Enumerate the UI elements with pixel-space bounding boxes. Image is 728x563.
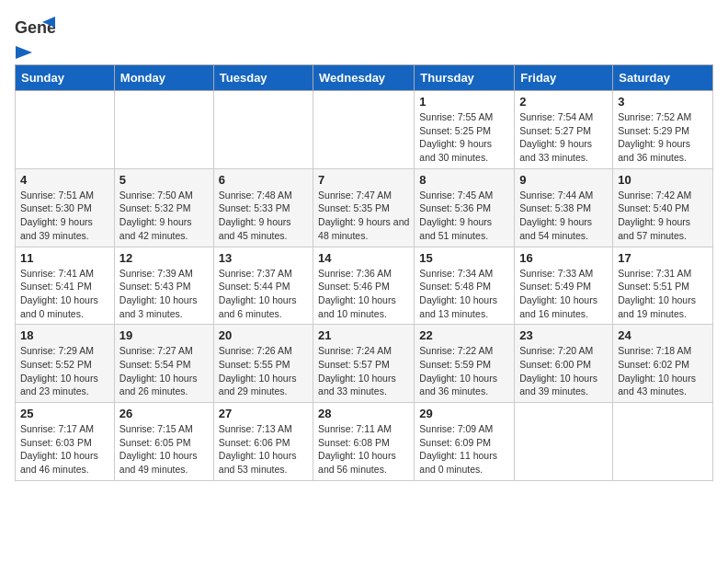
day-cell: 21Sunrise: 7:24 AMSunset: 5:57 PMDayligh… <box>313 325 415 403</box>
week-row-4: 18Sunrise: 7:29 AMSunset: 5:52 PMDayligh… <box>16 325 713 403</box>
day-cell: 15Sunrise: 7:34 AMSunset: 5:48 PMDayligh… <box>415 247 515 325</box>
week-row-5: 25Sunrise: 7:17 AMSunset: 6:03 PMDayligh… <box>16 403 713 481</box>
week-row-2: 4Sunrise: 7:51 AMSunset: 5:30 PMDaylight… <box>16 168 713 247</box>
day-cell: 13Sunrise: 7:37 AMSunset: 5:44 PMDayligh… <box>213 247 313 325</box>
day-number: 28 <box>318 407 409 420</box>
day-number: 4 <box>20 173 109 187</box>
day-cell: 18Sunrise: 7:29 AMSunset: 5:52 PMDayligh… <box>16 325 115 403</box>
day-info: Sunrise: 7:24 AMSunset: 5:57 PMDaylight:… <box>318 344 409 398</box>
day-number: 15 <box>419 251 509 265</box>
day-cell <box>515 403 613 481</box>
day-number: 21 <box>318 328 409 342</box>
day-cell: 11Sunrise: 7:41 AMSunset: 5:41 PMDayligh… <box>16 247 115 325</box>
day-number: 1 <box>419 95 509 109</box>
week-row-1: 1Sunrise: 7:55 AMSunset: 5:25 PMDaylight… <box>16 91 713 169</box>
weekday-header-monday: Monday <box>114 65 213 91</box>
weekday-header-sunday: Sunday <box>16 65 115 91</box>
weekday-header-tuesday: Tuesday <box>213 65 313 91</box>
day-cell: 20Sunrise: 7:26 AMSunset: 5:55 PMDayligh… <box>213 325 313 403</box>
day-number: 2 <box>519 95 608 109</box>
day-number: 18 <box>20 328 109 342</box>
weekday-header-saturday: Saturday <box>613 65 713 91</box>
day-cell <box>16 91 115 169</box>
day-cell: 25Sunrise: 7:17 AMSunset: 6:03 PMDayligh… <box>16 403 115 481</box>
day-info: Sunrise: 7:27 AMSunset: 5:54 PMDaylight:… <box>119 344 209 398</box>
day-cell: 3Sunrise: 7:52 AMSunset: 5:29 PMDaylight… <box>613 91 713 169</box>
day-number: 24 <box>618 328 708 342</box>
day-info: Sunrise: 7:33 AMSunset: 5:49 PMDaylight:… <box>519 267 608 321</box>
day-number: 8 <box>419 173 509 187</box>
day-cell: 26Sunrise: 7:15 AMSunset: 6:05 PMDayligh… <box>114 403 213 481</box>
day-number: 3 <box>618 95 708 109</box>
day-cell <box>313 91 415 169</box>
day-info: Sunrise: 7:11 AMSunset: 6:08 PMDaylight:… <box>318 422 409 477</box>
day-info: Sunrise: 7:29 AMSunset: 5:52 PMDaylight:… <box>20 344 109 398</box>
day-cell <box>213 91 313 169</box>
day-number: 17 <box>618 251 708 265</box>
day-cell: 4Sunrise: 7:51 AMSunset: 5:30 PMDaylight… <box>16 168 115 247</box>
day-number: 12 <box>119 251 209 265</box>
weekday-header-wednesday: Wednesday <box>313 65 415 91</box>
day-number: 25 <box>20 407 109 420</box>
day-number: 19 <box>119 328 209 342</box>
logo-icon: General <box>15 15 55 46</box>
day-number: 13 <box>219 251 308 265</box>
logo: General <box>15 15 55 55</box>
day-number: 5 <box>119 173 209 187</box>
day-number: 26 <box>119 407 209 420</box>
day-info: Sunrise: 7:26 AMSunset: 5:55 PMDaylight:… <box>219 344 308 398</box>
day-number: 22 <box>419 328 509 342</box>
logo-arrow-icon <box>16 46 32 59</box>
day-info: Sunrise: 7:13 AMSunset: 6:06 PMDaylight:… <box>219 422 308 477</box>
day-cell: 5Sunrise: 7:50 AMSunset: 5:32 PMDaylight… <box>114 168 213 247</box>
day-info: Sunrise: 7:39 AMSunset: 5:43 PMDaylight:… <box>119 267 209 321</box>
day-info: Sunrise: 7:20 AMSunset: 6:00 PMDaylight:… <box>519 344 608 398</box>
day-cell: 16Sunrise: 7:33 AMSunset: 5:49 PMDayligh… <box>515 247 613 325</box>
day-info: Sunrise: 7:34 AMSunset: 5:48 PMDaylight:… <box>419 267 509 321</box>
day-info: Sunrise: 7:44 AMSunset: 5:38 PMDaylight:… <box>519 189 608 243</box>
day-number: 14 <box>318 251 409 265</box>
day-number: 16 <box>519 251 608 265</box>
page-header: General <box>15 15 713 55</box>
day-cell: 29Sunrise: 7:09 AMSunset: 6:09 PMDayligh… <box>415 403 515 481</box>
day-cell: 22Sunrise: 7:22 AMSunset: 5:59 PMDayligh… <box>415 325 515 403</box>
weekday-header-row: SundayMondayTuesdayWednesdayThursdayFrid… <box>16 65 713 91</box>
day-number: 7 <box>318 173 409 187</box>
day-info: Sunrise: 7:18 AMSunset: 6:02 PMDaylight:… <box>618 344 708 398</box>
day-info: Sunrise: 7:17 AMSunset: 6:03 PMDaylight:… <box>20 422 109 477</box>
day-number: 10 <box>618 173 708 187</box>
day-number: 20 <box>219 328 308 342</box>
day-number: 9 <box>519 173 608 187</box>
day-number: 29 <box>419 407 509 420</box>
weekday-header-friday: Friday <box>515 65 613 91</box>
day-cell: 7Sunrise: 7:47 AMSunset: 5:35 PMDaylight… <box>313 168 415 247</box>
week-row-3: 11Sunrise: 7:41 AMSunset: 5:41 PMDayligh… <box>16 247 713 325</box>
day-info: Sunrise: 7:41 AMSunset: 5:41 PMDaylight:… <box>20 267 109 321</box>
day-number: 23 <box>519 328 608 342</box>
day-info: Sunrise: 7:15 AMSunset: 6:05 PMDaylight:… <box>119 422 209 477</box>
day-cell <box>114 91 213 169</box>
day-info: Sunrise: 7:50 AMSunset: 5:32 PMDaylight:… <box>119 189 209 243</box>
day-info: Sunrise: 7:54 AMSunset: 5:27 PMDaylight:… <box>519 110 608 165</box>
day-number: 6 <box>219 173 308 187</box>
day-info: Sunrise: 7:22 AMSunset: 5:59 PMDaylight:… <box>419 344 509 398</box>
day-cell: 6Sunrise: 7:48 AMSunset: 5:33 PMDaylight… <box>213 168 313 247</box>
day-info: Sunrise: 7:47 AMSunset: 5:35 PMDaylight:… <box>318 189 409 243</box>
day-cell: 28Sunrise: 7:11 AMSunset: 6:08 PMDayligh… <box>313 403 415 481</box>
day-cell: 2Sunrise: 7:54 AMSunset: 5:27 PMDaylight… <box>515 91 613 169</box>
weekday-header-thursday: Thursday <box>415 65 515 91</box>
day-info: Sunrise: 7:52 AMSunset: 5:29 PMDaylight:… <box>618 110 708 165</box>
day-info: Sunrise: 7:36 AMSunset: 5:46 PMDaylight:… <box>318 267 409 321</box>
day-info: Sunrise: 7:55 AMSunset: 5:25 PMDaylight:… <box>419 110 509 165</box>
day-info: Sunrise: 7:09 AMSunset: 6:09 PMDaylight:… <box>419 422 509 477</box>
day-cell: 17Sunrise: 7:31 AMSunset: 5:51 PMDayligh… <box>613 247 713 325</box>
day-info: Sunrise: 7:45 AMSunset: 5:36 PMDaylight:… <box>419 189 509 243</box>
day-cell: 10Sunrise: 7:42 AMSunset: 5:40 PMDayligh… <box>613 168 713 247</box>
day-info: Sunrise: 7:31 AMSunset: 5:51 PMDaylight:… <box>618 267 708 321</box>
day-cell: 8Sunrise: 7:45 AMSunset: 5:36 PMDaylight… <box>415 168 515 247</box>
day-number: 11 <box>20 251 109 265</box>
day-info: Sunrise: 7:42 AMSunset: 5:40 PMDaylight:… <box>618 189 708 243</box>
day-number: 27 <box>219 407 308 420</box>
day-info: Sunrise: 7:37 AMSunset: 5:44 PMDaylight:… <box>219 267 308 321</box>
day-cell: 19Sunrise: 7:27 AMSunset: 5:54 PMDayligh… <box>114 325 213 403</box>
